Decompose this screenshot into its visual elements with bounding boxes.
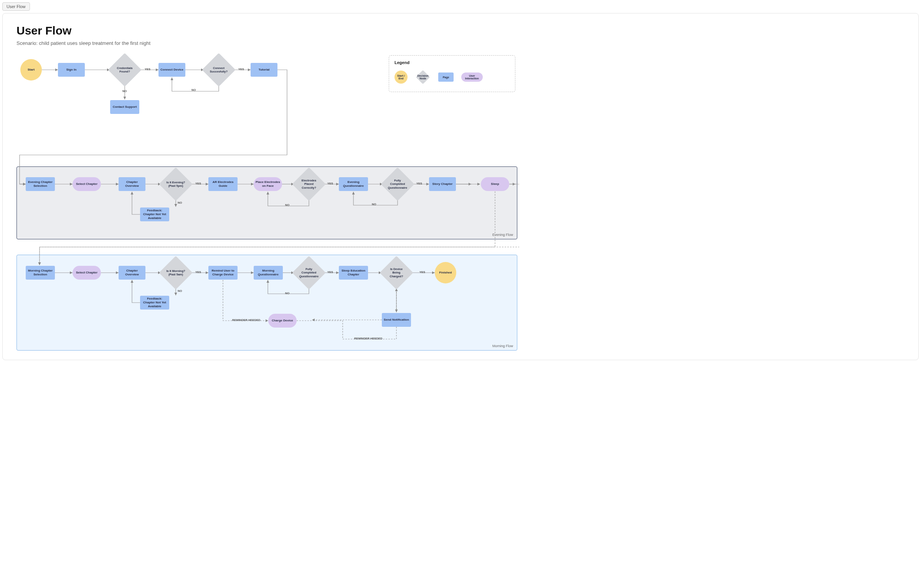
node-evening-questionnaire: Evening Questionnaire: [339, 177, 368, 191]
node-finished: Finished: [435, 262, 456, 283]
label-yes-m3: YES: [419, 270, 425, 274]
page-title: User Flow: [17, 24, 904, 37]
label-yes-e2: YES: [327, 182, 333, 185]
node-feedback-evening: Feedback: Chapter Not Yet Available: [140, 208, 169, 221]
node-sleep: Sleep: [481, 177, 509, 191]
label-yes-1: YES: [145, 68, 150, 71]
label-yes-e1: YES: [195, 182, 201, 185]
legend-interaction: User Interaction: [461, 72, 483, 82]
node-select-chapter-2: Select Chapter: [73, 266, 101, 280]
node-ar-electrodes-guide: AR Electrodes Guide: [208, 177, 238, 191]
node-tutorial: Tutorial: [251, 63, 277, 77]
label-no-1: NO: [122, 89, 127, 93]
node-is-it-morning: Is It Morning? (Past 5am): [164, 261, 188, 285]
node-feedback-morning: Feedback: Chapter Not Yet Available: [140, 296, 169, 310]
node-chapter-overview-2: Chapter Overview: [119, 266, 145, 280]
zone-evening-label: Evening Flow: [492, 233, 513, 237]
legend-box: Legend Start / End Decision Node Page Us…: [389, 55, 515, 92]
node-connect-device: Connect Device: [158, 63, 185, 77]
label-no-e2: NO: [285, 203, 289, 207]
label-no-e3: NO: [372, 203, 376, 206]
node-send-notification: Send Notification: [382, 313, 411, 327]
node-chapter-overview-1: Chapter Overview: [119, 177, 145, 191]
node-fully-completed-1: Fully Completed Questionnaire: [386, 172, 409, 196]
label-no-e1: NO: [178, 201, 182, 204]
page-subtitle: Scenario: child patient uses sleep treat…: [17, 40, 904, 46]
label-yes-e3: YES: [416, 182, 422, 185]
node-select-chapter-1: Select Chapter: [73, 177, 101, 191]
flow-canvas: Evening Flow Morning Flow Legend Start /…: [17, 55, 519, 351]
zone-morning-label: Morning Flow: [492, 344, 513, 348]
legend-title: Legend: [394, 60, 510, 65]
label-yes-2: YES: [238, 68, 244, 71]
tab-user-flow[interactable]: User Flow: [2, 2, 30, 11]
label-yes-m2: YES: [327, 270, 333, 274]
legend-page: Page: [438, 72, 454, 82]
label-reminder-2: REMINDER HEEDED: [354, 337, 382, 340]
node-morning-chapter-selection: Morning Chapter Selection: [26, 266, 55, 280]
node-morning-questionnaire: Morning Questionnaire: [254, 266, 283, 280]
node-story-chapter: Story Chapter: [429, 177, 456, 191]
legend-start-end: Start / End: [394, 71, 408, 84]
legend-decision: Decision Node: [415, 69, 431, 85]
node-start: Start: [20, 59, 42, 81]
node-electrodes-correct: Electrodes Placed Correctly?: [297, 172, 321, 196]
label-reminder-1: REMINDER HEEDED: [232, 318, 260, 322]
node-remind-charge: Remind User to Charge Device: [208, 266, 238, 280]
label-no-m2: NO: [285, 292, 289, 295]
node-evening-chapter-selection: Evening Chapter Selection: [26, 177, 55, 191]
node-is-it-evening: Is It Evening? (Past 5pm): [164, 172, 188, 196]
node-charge-device: Charge Device: [268, 314, 297, 328]
node-credentials-found: Credentials Found?: [113, 58, 137, 82]
node-connect-success: Connect Succesfully?: [207, 58, 231, 82]
node-fully-completed-2: Fully Completed Questionnaire: [297, 261, 321, 285]
page-container: User Flow Scenario: child patient uses s…: [2, 13, 919, 360]
label-no-m1: NO: [178, 289, 182, 293]
node-sign-in: Sign In: [58, 63, 85, 77]
label-no-2: NO: [191, 88, 196, 92]
node-is-device-charged: Is Device Being Charged?: [385, 261, 408, 285]
node-contact-support: Contact Support: [110, 100, 139, 114]
node-place-electrodes: Place Electrodes on Face: [254, 177, 282, 191]
node-sleep-education: Sleep Education Chapter: [339, 266, 368, 280]
label-yes-m1: YES: [195, 270, 201, 274]
